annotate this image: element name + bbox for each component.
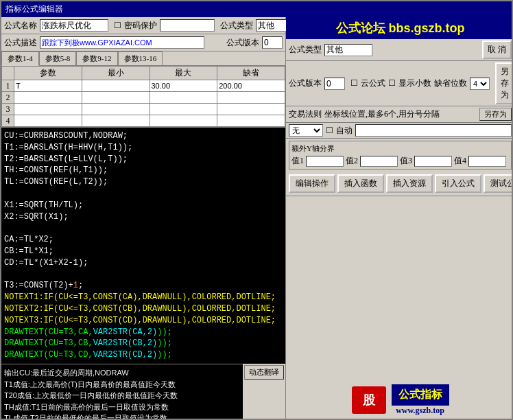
omit-digits-label: 缺省位数 — [434, 78, 467, 89]
show-small-checkbox[interactable]: ☐ — [388, 78, 396, 89]
formula-name-label: 公式名称 — [4, 20, 37, 32]
output-section: 输出CU:最后近交易的周期,NODRAW T1成值:上次最高价(T)日内最高价的… — [1, 364, 285, 419]
test-formula-button[interactable]: 测试公式 — [484, 174, 512, 193]
code-line-3: T2:=BARSLAST(L=LLV(L,T)); — [4, 154, 283, 165]
code-editor[interactable]: CU:=CURRBARSCOUNT,NODRAW; T1:=BARSLAST(H… — [1, 128, 285, 364]
formula-version-right-input[interactable] — [324, 78, 345, 90]
main-window: 指标公式编辑器 公式名称 ☐ 密码保护 公式类型 公式描述 公式版本 — [0, 0, 513, 420]
import-formula-button[interactable]: 引入公式 — [435, 174, 481, 193]
code-line-17: NOTEXT3:IF(CU<=T3,CONST(CD),DRAWNULL),CO… — [4, 315, 283, 327]
code-line-14: T3:=CONST(T2)+1; — [4, 280, 283, 292]
row-min-2[interactable] — [82, 92, 150, 104]
row-default-3[interactable] — [217, 104, 285, 115]
row-max-1[interactable] — [150, 80, 217, 92]
row-name-4[interactable] — [14, 115, 82, 127]
row-min-1[interactable] — [82, 80, 150, 92]
output-line-4: TH成值:T1日前的最高价的最后一日取值设为常数 — [4, 401, 240, 413]
code-line-18: DRAWTEXT(CU=T3,CA,VAR2STR(CA,2))); — [4, 327, 283, 338]
params-table: 参数 最小 最大 缺省 1 — [1, 66, 285, 127]
row-id-2: 2 — [2, 92, 14, 104]
row-max-3[interactable] — [150, 104, 217, 115]
exchange-options-row: 无 ☐ 自动 — [286, 123, 512, 139]
bottom-buttons-row: 编辑操作 插入函数 插入资源 引入公式 测试公式 — [286, 172, 512, 196]
formula-name-input[interactable] — [40, 19, 108, 32]
dynamic-translate-button[interactable]: 动态翻译 — [244, 365, 284, 380]
tab-params-13-16[interactable]: 参数13-16 — [118, 51, 163, 65]
formula-version-input[interactable] — [262, 36, 283, 49]
insert-resource-button[interactable]: 插入资源 — [386, 174, 433, 193]
logo-text-section: 公式指标 www.gszb.top — [392, 384, 449, 416]
row-name-1[interactable] — [14, 80, 82, 92]
cloud-formula-label: 云公式 — [361, 78, 385, 89]
tab-params-1-4[interactable]: 参数1-4 — [1, 51, 39, 66]
auto-checkbox[interactable]: ☐ — [326, 126, 333, 136]
logo-text-span: 公式指标 — [398, 388, 442, 400]
coord-input[interactable] — [355, 124, 512, 137]
code-line-15: NOTEXT1:IF(CU<=T3,CONST(CA),DRAWNULL),CO… — [4, 292, 283, 303]
auto-label: 自动 — [336, 125, 353, 137]
row-default-4[interactable] — [217, 115, 285, 127]
formula-version-right-label: 公式版本 — [289, 78, 322, 89]
row-id-1: 1 — [2, 80, 14, 92]
row-id-3: 3 — [2, 104, 14, 115]
formula-type-right-input[interactable] — [324, 44, 372, 56]
formula-banner: 公式论坛 bbs.gszb.top — [286, 17, 512, 39]
row-default-1[interactable] — [217, 80, 285, 92]
cloud-formula-checkbox[interactable]: ☐ — [350, 78, 358, 89]
code-line-19: DRAWTEXT(CU=T3,CB,VAR2STR(CB,2))); — [4, 338, 283, 349]
row-id-4: 4 — [2, 115, 14, 127]
row-name-3[interactable] — [14, 104, 82, 115]
save-as-button[interactable]: 另存为 — [495, 62, 512, 104]
password-checkbox[interactable]: ☐ — [114, 21, 121, 31]
formula-desc-row: 公式描述 公式版本 — [1, 34, 285, 51]
password-input[interactable] — [160, 19, 215, 32]
exchange-select[interactable]: 无 — [289, 124, 323, 137]
row-default-2[interactable] — [217, 92, 285, 104]
code-line-2: T1:=BARSLAST(H=HHV(H,T1)); — [4, 142, 283, 154]
code-line-8: X2:=SQRT(X1); — [4, 211, 283, 223]
formula-desc-label: 公式描述 — [4, 37, 37, 49]
val1-label: 值1 — [291, 155, 304, 167]
cancel-button[interactable]: 取 消 — [482, 40, 512, 59]
exchange-row: 交易法则 坐标线位置,最多6个,用分号分隔 另存为 — [286, 106, 512, 123]
save-as-right-button[interactable]: 另存为 — [479, 108, 512, 121]
row-min-3[interactable] — [82, 104, 150, 115]
row-max-2[interactable] — [150, 92, 217, 104]
row-max-4[interactable] — [150, 115, 217, 127]
row-name-2[interactable] — [14, 92, 82, 104]
formula-version-label: 公式版本 — [226, 37, 259, 49]
val1-input[interactable] — [306, 156, 344, 167]
val2-input[interactable] — [360, 156, 398, 167]
code-line-20: DRAWTEXT(CU=T3,CD,VAR2STR(CD,2))); — [4, 349, 283, 361]
tab-params-5-8[interactable]: 参数5-8 — [39, 51, 77, 65]
exchange-label: 交易法则 — [289, 108, 322, 120]
insert-func-button[interactable]: 插入函数 — [337, 174, 384, 193]
omit-digits-select[interactable]: 432 — [470, 78, 490, 90]
params-col-name: 参数 — [14, 67, 82, 80]
code-line-1: CU:=CURRBARSCOUNT,NODRAW; — [4, 130, 283, 142]
val3-label: 值3 — [400, 155, 412, 167]
code-line-11: CB:=TL*X1; — [4, 246, 283, 257]
formula-desc-input[interactable] — [40, 36, 204, 49]
edit-ops-button[interactable]: 编辑操作 — [289, 174, 335, 193]
val4-input[interactable] — [468, 156, 506, 167]
tab-params-9-12[interactable]: 参数9-12 — [76, 51, 117, 65]
output-line-2: T1成值:上次最高价(T)日内最高价的最高值距今天数 — [4, 379, 240, 390]
code-line-10: CA:=TL*X2; — [4, 234, 283, 246]
website-text: www.gszb.top — [396, 406, 444, 416]
output-line-3: T20成值:上次最低价一日内最低价的最低值距今天数 — [4, 390, 240, 401]
type-cancel-row: 公式类型 取 消 — [286, 39, 512, 61]
val4-label: 值4 — [454, 155, 466, 167]
stock-logo: 股 — [352, 386, 386, 414]
formula-type-label: 公式类型 — [220, 20, 253, 32]
output-text-area: 输出CU:最后近交易的周期,NODRAW T1成值:上次最高价(T)日内最高价的… — [1, 364, 243, 419]
right-spacer — [286, 196, 512, 382]
table-row: 4 — [2, 115, 285, 127]
row-min-4[interactable] — [82, 115, 150, 127]
stock-char: 股 — [363, 392, 375, 408]
window-title: 指标公式编辑器 — [5, 3, 63, 15]
val3-input[interactable] — [414, 156, 452, 167]
right-panel: 公式论坛 bbs.gszb.top 公式类型 取 消 公式版本 ☐ 云公式 — [286, 17, 512, 419]
formula-type-right-label: 公式类型 — [289, 44, 322, 56]
output-line-5: TL成值:T2日前的最低价的最后一日取值设为常数 — [4, 412, 240, 419]
